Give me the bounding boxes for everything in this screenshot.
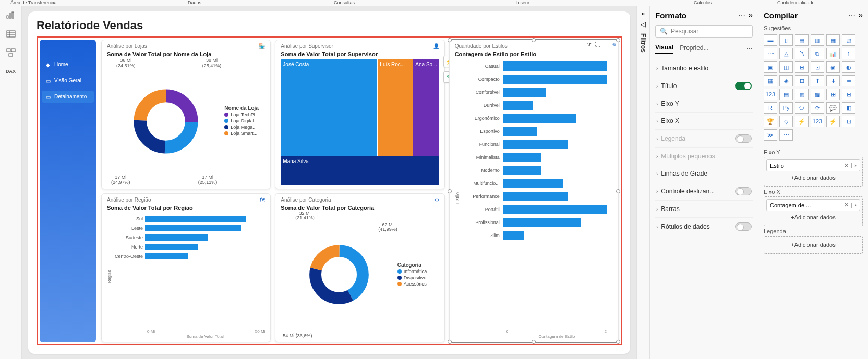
report-canvas[interactable]: Relatóriode Vendas ◆Home▭Visão Geral▭Det… (28, 11, 630, 354)
viz-type-icon[interactable]: ⊡ (811, 61, 824, 73)
viz-type-icon[interactable]: ▨ (795, 89, 809, 100)
viz-type-icon[interactable]: ⊡ (795, 75, 809, 86)
add-data-button[interactable]: +Adicionar dados (766, 211, 860, 224)
viz-type-icon[interactable]: ▦ (826, 34, 840, 46)
viz-type-icon[interactable]: ▤ (795, 34, 809, 46)
viz-type-icon[interactable]: ◇ (779, 116, 793, 127)
viz-type-icon[interactable]: ▤ (779, 89, 793, 100)
filter-icon[interactable]: ⧩ (587, 41, 592, 48)
format-section[interactable]: ›Rótulos de dados (655, 218, 753, 236)
format-section[interactable]: ›Controle deslizan... (655, 182, 753, 201)
expand-icon[interactable]: » (858, 10, 863, 19)
format-section[interactable]: ›Título (655, 77, 753, 95)
search-input[interactable]: 🔍 Pesquisar (655, 25, 753, 38)
tab-properties[interactable]: Propried... (680, 44, 708, 53)
viz-type-icon[interactable]: ◈ (779, 75, 793, 86)
viz-type-icon[interactable]: ▩ (811, 89, 824, 100)
nav-home[interactable]: ◆Home (42, 58, 94, 70)
viz-type-icon[interactable]: 📊 (826, 48, 840, 59)
legend-item[interactable]: Loja Smart... (224, 131, 265, 136)
chevron-icon[interactable]: › (854, 162, 857, 169)
viz-type-icon[interactable]: ▬ (764, 34, 777, 46)
viz-type-icon[interactable]: ⚡ (795, 116, 809, 127)
viz-type-icon[interactable]: ◧ (842, 102, 855, 114)
legend-item[interactable]: Loja Digital... (224, 118, 265, 123)
viz-type-icon[interactable]: ▥ (811, 34, 824, 46)
filters-pane-collapsed[interactable]: « ◁ Filtros (636, 6, 650, 359)
format-section[interactable]: ›Tamanho e estilo (655, 60, 753, 77)
card-regiao[interactable]: Análise por Região🗺 Soma de Valor Total … (101, 193, 271, 343)
toggle[interactable] (735, 134, 752, 143)
viz-type-icon[interactable]: 🏆 (764, 116, 777, 127)
more-icon[interactable]: ⋯ (738, 11, 746, 19)
table-view-icon[interactable] (6, 29, 16, 39)
remove-icon[interactable]: ✕ (844, 162, 849, 169)
viz-type-icon[interactable]: ◫ (779, 61, 793, 73)
viz-type-icon[interactable]: ⊞ (795, 61, 809, 73)
viz-type-icon[interactable]: Py (779, 102, 793, 114)
legend-item[interactable]: Loja Mega... (224, 125, 265, 130)
viz-type-icon[interactable]: ⫿ (842, 48, 855, 59)
legend-item[interactable]: Loja TechPl... (224, 112, 265, 117)
viz-type-icon[interactable]: ▣ (764, 61, 777, 73)
viz-type-icon[interactable]: ⊞ (826, 89, 840, 100)
viz-type-icon[interactable]: 〽 (795, 48, 809, 59)
field-pill[interactable]: Contagem de ...✕|› (766, 199, 860, 211)
toggle[interactable] (735, 187, 752, 195)
viz-type-icon[interactable]: ▯ (779, 34, 793, 46)
more-icon[interactable]: ⋯ (604, 41, 609, 48)
viz-type-icon[interactable]: ⊡ (842, 116, 855, 127)
legend-item[interactable]: Acessórios (397, 281, 439, 287)
format-section[interactable]: ›Eixo X (655, 113, 753, 130)
card-lojas[interactable]: Análise por Lojas🏪 Soma de Valor Total p… (101, 40, 271, 189)
viz-type-icon[interactable]: ⎔ (795, 102, 809, 114)
collapse-icon[interactable]: « (641, 9, 645, 17)
format-section[interactable]: ›Eixo Y (655, 95, 753, 113)
viz-type-icon[interactable]: ≫ (764, 129, 777, 141)
field-pill[interactable]: Estilo✕|› (766, 159, 860, 171)
viz-type-icon[interactable]: ⬌ (842, 75, 855, 86)
svg-rect-8 (11, 49, 15, 52)
viz-type-icon[interactable]: 〰 (764, 48, 777, 59)
toggle[interactable] (735, 222, 752, 231)
viz-type-icon[interactable]: 123 (764, 89, 777, 100)
card-supervisor[interactable]: Análise por Supervisor👤 Soma de Valor To… (275, 40, 444, 189)
card-categoria[interactable]: Análise por Categoria⚙ Soma de Valor Tot… (275, 193, 444, 343)
format-section[interactable]: ›Barras (655, 201, 753, 218)
viz-type-icon[interactable]: ⧉ (811, 48, 824, 59)
toggle[interactable] (735, 82, 752, 90)
card-estilos[interactable]: ⧩ ⛶ ⋯ ⎈ Quantidade por Estilos Contagem … (449, 40, 619, 342)
more-icon[interactable]: ⋯ (848, 11, 856, 19)
add-data-button[interactable]: +Adicionar dados (766, 239, 860, 251)
report-view-icon[interactable] (6, 10, 16, 20)
viz-type-icon[interactable]: ⚡ (826, 116, 840, 127)
add-data-button[interactable]: +Adicionar dados (766, 171, 860, 184)
legend-item[interactable]: Dispositivo (397, 275, 439, 280)
viz-type-icon[interactable]: ▧ (842, 34, 855, 46)
viz-type-icon[interactable]: △ (779, 48, 793, 59)
focus-icon[interactable]: ⛶ (595, 41, 600, 48)
viz-type-icon[interactable]: ⬆ (811, 75, 824, 86)
viz-type-icon[interactable]: R (764, 102, 777, 114)
dax-view-icon[interactable]: DAX (6, 67, 16, 76)
tab-visual[interactable]: Visual (655, 44, 673, 54)
nav-detalhamento[interactable]: ▭Detalhamento (42, 91, 94, 103)
expand-icon[interactable]: » (748, 10, 753, 19)
more-icon[interactable]: ⋯ (746, 45, 753, 53)
viz-type-icon[interactable]: ◉ (826, 61, 840, 73)
viz-type-icon[interactable]: 123 (811, 116, 824, 127)
format-section[interactable]: ›Linhas de Grade (655, 165, 753, 182)
copilot-icon[interactable]: ⎈ (612, 41, 616, 48)
viz-type-icon[interactable]: ⊟ (842, 89, 855, 100)
nav-visão-geral[interactable]: ▭Visão Geral (42, 75, 94, 86)
viz-type-icon[interactable]: ⋯ (779, 129, 793, 141)
viz-type-icon[interactable]: 💬 (826, 102, 840, 114)
chevron-icon[interactable]: › (854, 202, 857, 208)
remove-icon[interactable]: ✕ (844, 202, 849, 208)
legend-item[interactable]: Informática (397, 269, 439, 274)
viz-type-icon[interactable]: ⬇ (826, 75, 840, 86)
viz-type-icon[interactable]: ▦ (764, 75, 777, 86)
viz-type-icon[interactable]: ◐ (842, 61, 855, 73)
viz-type-icon[interactable]: ⟳ (811, 102, 824, 114)
model-view-icon[interactable] (6, 48, 16, 57)
